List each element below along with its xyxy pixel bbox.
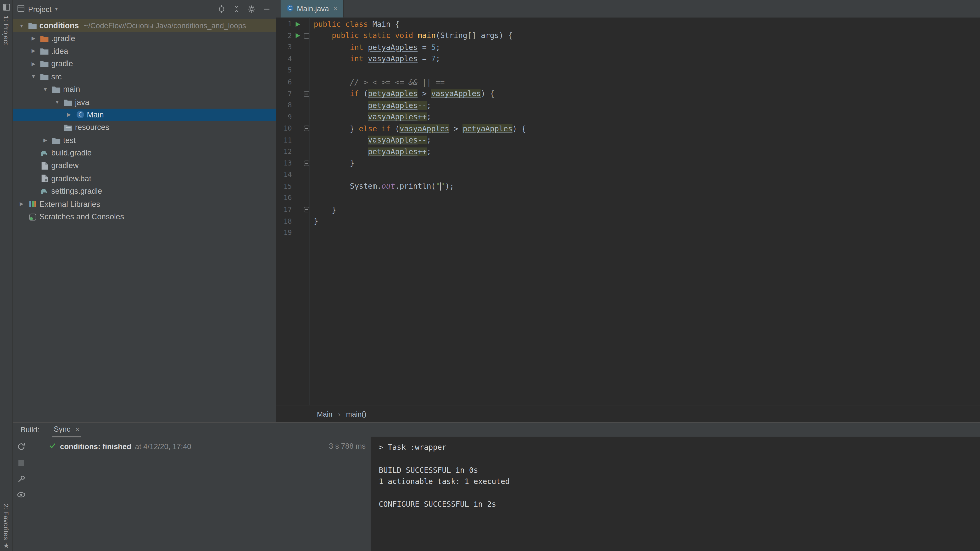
settings-icon[interactable] <box>247 5 256 13</box>
code-line-12[interactable]: 12 petyaApples++; <box>275 146 980 157</box>
tree-item-label: gradlew.bat <box>51 174 91 183</box>
build-status-row[interactable]: conditions: finished at 4/12/20, 17:40 <box>30 437 371 451</box>
code-line-1[interactable]: 1public class Main { <box>275 18 980 30</box>
code-line-16[interactable]: 16 <box>275 192 980 204</box>
code-line-4[interactable]: 4 int vasyaApples = 7; <box>275 53 980 65</box>
tree-item-settings-gradle[interactable]: settings.gradle <box>13 185 275 197</box>
code-text: public static void main(String[] args) { <box>313 31 512 40</box>
chevron-collapsed-icon[interactable]: ▶ <box>28 36 39 41</box>
code-line-7[interactable]: 7 if (petyaApples > vasyaApples) { <box>275 88 980 100</box>
tree-item-main[interactable]: ▼main <box>13 83 275 96</box>
build-console-output[interactable]: > Task :wrapper BUILD SUCCESSFUL in 0s1 … <box>371 437 980 551</box>
collapse-all-icon[interactable] <box>232 5 241 13</box>
token: ( <box>395 124 399 133</box>
tree-item-gradlew[interactable]: gradlew <box>13 159 275 172</box>
line-number: 13 <box>275 159 293 167</box>
build-status-detail: at 4/12/20, 17:40 <box>135 442 191 451</box>
tree-item-scratches-and-consoles[interactable]: Scratches and Consoles <box>13 210 275 223</box>
refresh-icon[interactable] <box>17 442 26 451</box>
code-line-19[interactable]: 19 <box>275 227 980 238</box>
code-line-11[interactable]: 11 vasyaApples--; <box>275 134 980 146</box>
chevron-expanded-icon[interactable]: ▼ <box>16 23 27 29</box>
breadcrumb-separator-icon: › <box>338 410 340 418</box>
fold-icon[interactable] <box>302 91 310 97</box>
token: int <box>350 54 368 64</box>
token: > <box>418 89 431 98</box>
code-text: if (petyaApples > vasyaApples) { <box>313 89 494 98</box>
code-line-13[interactable]: 13 } <box>275 157 980 169</box>
chevron-collapsed-icon[interactable]: ▶ <box>40 138 51 143</box>
token: public class <box>313 20 372 29</box>
build-status-title: conditions: finished <box>60 442 131 451</box>
tool-window-button-favorites[interactable]: 2: Favorites ★ <box>0 503 13 549</box>
chevron-collapsed-icon[interactable]: ▶ <box>28 61 39 67</box>
tree-item-test[interactable]: ▶test <box>13 134 275 147</box>
code-line-8[interactable]: 8 petyaApples--; <box>275 100 980 111</box>
token: = <box>417 54 431 64</box>
fold-icon[interactable] <box>302 160 310 166</box>
chevron-collapsed-icon[interactable]: ▶ <box>28 48 39 54</box>
tree-item-hint: ~/CodeFlow/Основы Java/conditions_and_lo… <box>84 21 246 30</box>
code-line-18[interactable]: 18} <box>275 216 980 227</box>
project-view-icon <box>18 5 24 14</box>
inspect-icon[interactable] <box>17 491 26 499</box>
stop-icon[interactable] <box>18 459 25 467</box>
token: ) { <box>481 89 495 98</box>
run-icon[interactable] <box>293 33 302 39</box>
locate-icon[interactable] <box>218 5 226 13</box>
build-duration: 3 s 788 ms <box>329 442 366 451</box>
token <box>313 31 332 40</box>
tree-item-label: test <box>63 136 76 145</box>
tree-item-external-libraries[interactable]: ▶External Libraries <box>13 198 275 210</box>
chevron-expanded-icon[interactable]: ▼ <box>52 99 62 105</box>
chevron-expanded-icon[interactable]: ▼ <box>28 74 39 79</box>
console-line: > Task :wrapper <box>379 442 980 453</box>
pin-icon[interactable] <box>17 475 25 483</box>
token: " <box>436 182 440 191</box>
tab-main-java[interactable]: C Main.java × <box>281 0 344 17</box>
code-line-5[interactable]: 5 <box>275 65 980 76</box>
code-editor[interactable]: 1public class Main {2 public static void… <box>275 17 980 406</box>
build-tab-close-icon[interactable]: × <box>75 426 80 433</box>
chevron-down-icon[interactable]: ▼ <box>54 6 59 12</box>
tool-window-button-project[interactable]: 1: Project <box>0 2 13 45</box>
code-line-10[interactable]: 10 } else if (vasyaApples > petyaApples)… <box>275 123 980 134</box>
code-line-14[interactable]: 14 <box>275 169 980 181</box>
breadcrumb-item-main[interactable]: main() <box>346 410 366 418</box>
code-line-3[interactable]: 3 int petyaApples = 5; <box>275 41 980 53</box>
code-text: System.out.println(""); <box>313 182 454 191</box>
tree-item-java[interactable]: ▼java <box>13 96 275 109</box>
project-panel-title[interactable]: Project <box>28 5 52 14</box>
tree-item-label: conditions <box>40 21 79 30</box>
tree-item-gradle[interactable]: ▶.gradle <box>13 32 275 45</box>
code-line-17[interactable]: 17 } <box>275 204 980 215</box>
token: ; <box>426 113 431 121</box>
chevron-collapsed-icon[interactable]: ▶ <box>64 112 74 118</box>
token: -- <box>417 136 426 144</box>
code-line-15[interactable]: 15 System.out.println(""); <box>275 181 980 192</box>
tree-item-label: java <box>75 98 89 106</box>
build-panel-header: Build: Sync × <box>13 423 980 437</box>
token <box>313 89 350 98</box>
chevron-collapsed-icon[interactable]: ▶ <box>16 202 27 207</box>
tab-close-icon[interactable]: × <box>333 4 337 13</box>
tree-item-gradlew-bat[interactable]: gradlew.bat <box>13 172 275 185</box>
tree-item-gradle[interactable]: ▶gradle <box>13 58 275 70</box>
code-line-6[interactable]: 6 // > < >= <= && || == <box>275 76 980 88</box>
tree-item-src[interactable]: ▼src <box>13 70 275 83</box>
fold-icon[interactable] <box>302 33 310 39</box>
tree-item-resources[interactable]: resources <box>13 121 275 134</box>
code-line-9[interactable]: 9 vasyaApples++; <box>275 111 980 123</box>
tree-item-conditions[interactable]: ▼conditions~/CodeFlow/Основы Java/condit… <box>13 19 275 32</box>
build-tab-sync[interactable]: Sync × <box>52 422 81 437</box>
code-line-2[interactable]: 2 public static void main(String[] args)… <box>275 30 980 41</box>
fold-icon[interactable] <box>302 207 310 213</box>
tree-item-build-gradle[interactable]: build.gradle <box>13 147 275 159</box>
breadcrumb-item-main[interactable]: Main <box>317 410 332 418</box>
tree-item-main[interactable]: ▶CMain <box>13 109 275 121</box>
tree-item-idea[interactable]: ▶.idea <box>13 45 275 58</box>
fold-icon[interactable] <box>302 126 310 132</box>
run-icon[interactable] <box>293 21 302 27</box>
hide-icon[interactable] <box>262 5 270 13</box>
chevron-expanded-icon[interactable]: ▼ <box>40 87 51 92</box>
